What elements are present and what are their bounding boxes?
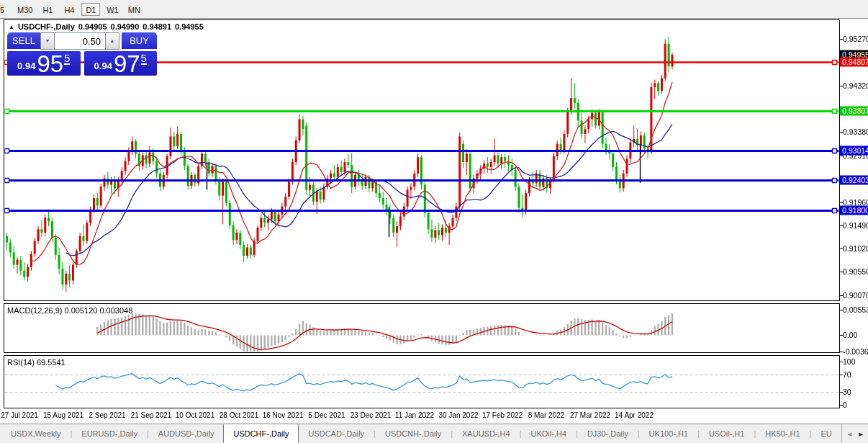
price-tick: 0.93380 xyxy=(843,127,868,136)
rsi-label: RSI(14) 69.5541 xyxy=(7,358,65,367)
buy-price-display[interactable]: 0.94 97 5 xyxy=(84,51,158,76)
chart-title-bar: ▲ USDCHF-,Daily 0.94905 0.94990 0.94891 … xyxy=(9,22,204,31)
volume-input[interactable] xyxy=(55,32,105,50)
date-label: 14 Apr 2022 xyxy=(615,411,654,419)
date-label: 17 Feb 2022 xyxy=(482,411,523,419)
tab-usdcad-daily[interactable]: USDCAD-,Daily xyxy=(299,424,374,443)
trading-terminal-window: 5M30H1H4D1W1MN ▲ USDCHF-,Daily 0.94905 0… xyxy=(0,0,868,443)
timeframe-button-d1[interactable]: D1 xyxy=(81,3,100,16)
tab-hk50-h1[interactable]: HK50-,H1 xyxy=(756,424,809,443)
rsi-value: 69.5541 xyxy=(37,358,65,367)
date-label: 2 Sep 2021 xyxy=(89,411,125,419)
ohlc-open: 0.94905 xyxy=(78,22,107,31)
macd-axis-label: 0.005537 xyxy=(843,305,868,314)
date-label: 21 Sep 2021 xyxy=(131,411,172,419)
tab-eurusd-daily[interactable]: EURUSD-,Daily xyxy=(72,424,147,443)
ohlc-low: 0.94891 xyxy=(143,22,171,31)
macd-axis-label: 0.00 xyxy=(843,331,857,339)
ohlc-close: 0.94955 xyxy=(175,22,204,31)
macd-main-value: 0.005120 xyxy=(64,306,97,315)
price-level-badge: 0.92403 xyxy=(840,176,868,185)
macd-axis-label: -0.00364 xyxy=(843,347,868,356)
sell-price-prefix: 0.94 xyxy=(17,61,35,71)
price-tick: 0.95270 xyxy=(843,35,868,43)
tab-xauusd-h4[interactable]: XAUUSD-,H4 xyxy=(453,424,520,443)
chart-tab-bar: USDX,Weekly|EURUSD-,Daily|AUDUSD-,DailyU… xyxy=(0,424,868,443)
sell-price-display[interactable]: 0.94 95 5 xyxy=(7,51,81,76)
buy-price-prefix: 0.94 xyxy=(94,61,112,71)
rsi-name: RSI(14) xyxy=(7,358,35,367)
timeframe-button-w1[interactable]: W1 xyxy=(103,3,122,16)
tab-scroll-controls: ◂ ▸ xyxy=(841,424,868,443)
price-tick: 0.94320 xyxy=(843,81,868,90)
price-level-badge: 0.93807 xyxy=(840,107,868,116)
date-label: 23 Dec 2021 xyxy=(351,411,392,419)
tabs-scroll-right-icon[interactable]: ▸ xyxy=(859,429,863,439)
tab-audusd-daily[interactable]: AUDUSD-,Daily xyxy=(149,424,224,443)
buy-price-pip: 5 xyxy=(141,53,147,65)
macd-signal-value: 0.003048 xyxy=(99,306,132,315)
date-label: 11 Jan 2022 xyxy=(395,411,434,419)
tab-usdx-weekly[interactable]: USDX,Weekly xyxy=(1,424,70,443)
tab-eu[interactable]: EU xyxy=(811,424,841,443)
price-tick: 0.91020 xyxy=(843,244,868,253)
ohlc-high: 0.94990 xyxy=(111,22,140,31)
chevron-down-icon: ▼ xyxy=(45,38,50,43)
date-label: 30 Jan 2022 xyxy=(438,411,478,419)
buy-price-big: 97 xyxy=(114,54,140,73)
sell-button[interactable]: SELL xyxy=(7,32,40,50)
price-tick: 0.90070 xyxy=(843,291,868,300)
tab-usdchf-daily[interactable]: USDCHF-,Daily xyxy=(223,424,299,443)
timeframe-button-h1[interactable]: H1 xyxy=(38,3,57,16)
date-label: 10 Oct 2021 xyxy=(176,411,214,419)
macd-label: MACD(12,26,9) 0.005120 0.003048 xyxy=(7,306,132,315)
tab-uk100-h1[interactable]: UK100-,H1 xyxy=(640,424,697,443)
date-label: 8 Mar 2022 xyxy=(528,411,565,419)
timeframe-button-h4[interactable]: H4 xyxy=(60,3,78,16)
volume-increase-button[interactable]: ▲ xyxy=(105,32,119,50)
date-label: 27 Mar 2022 xyxy=(570,411,610,419)
price-level-badge: 0.91800 xyxy=(840,205,868,215)
volume-decrease-button[interactable]: ▼ xyxy=(40,32,55,50)
chevron-up-icon: ▲ xyxy=(110,38,115,43)
rsi-axis-label: 100 xyxy=(843,357,856,366)
price-tick: 0.91490 xyxy=(843,221,868,230)
tab-ukoil-h4[interactable]: UKOil-,H4 xyxy=(522,424,577,443)
tab-usoil-h1[interactable]: USOil-,H1 xyxy=(700,424,754,443)
tab-usdcnh-daily[interactable]: USDCNH-,Daily xyxy=(376,424,451,443)
rsi-axis-label: 30 xyxy=(843,388,851,396)
macd-name: MACD(12,26,9) xyxy=(7,306,62,315)
price-level-badge: 0.93014 xyxy=(840,146,868,155)
price-level-badge: 0.94807 xyxy=(840,57,868,66)
chart-tabs: USDX,Weekly|EURUSD-,Daily|AUDUSD-,DailyU… xyxy=(1,424,841,443)
price-tick: 0.90550 xyxy=(843,267,868,276)
date-label: 5 Dec 2021 xyxy=(308,411,345,419)
quick-trade-panel: SELL ▼ ▲ BUY 0.94 95 5 0.94 97 5 xyxy=(7,32,157,76)
tabs-scroll-left-icon[interactable]: ◂ xyxy=(848,429,852,439)
rsi-axis-label: 70 xyxy=(843,370,851,379)
buy-button[interactable]: BUY xyxy=(122,32,157,50)
collapse-trade-panel-icon[interactable]: ▲ xyxy=(9,24,14,30)
timeframe-button-5[interactable]: 5 xyxy=(0,3,12,16)
sell-price-pip: 5 xyxy=(64,53,70,65)
date-label: 27 Jul 2021 xyxy=(1,411,38,419)
timeframe-toolbar: 5M30H1H4D1W1MN xyxy=(0,0,868,19)
tab-dj30-daily[interactable]: DJ30-,Daily xyxy=(578,424,638,443)
timeframe-button-m30[interactable]: M30 xyxy=(14,3,35,16)
rsi-axis-label: 0 xyxy=(843,401,847,409)
symbol-title: USDCHF-,Daily xyxy=(18,22,75,31)
timeframe-button-mn[interactable]: MN xyxy=(125,3,143,16)
sell-price-big: 95 xyxy=(37,54,63,73)
date-label: 16 Nov 2021 xyxy=(263,411,304,419)
date-label: 28 Oct 2021 xyxy=(220,411,258,419)
date-label: 15 Aug 2021 xyxy=(43,411,83,419)
